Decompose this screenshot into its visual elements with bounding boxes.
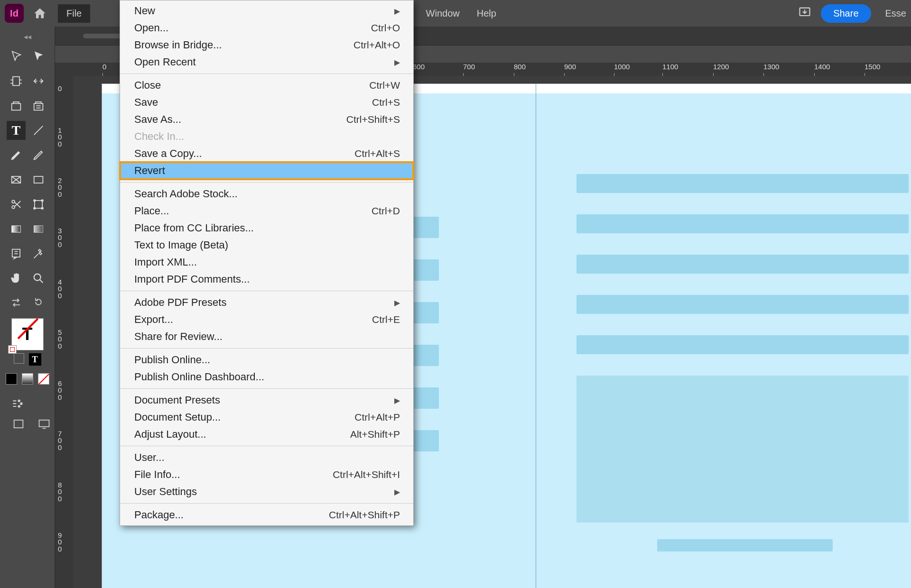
svg-rect-5 bbox=[34, 176, 43, 183]
formatting-container-icon[interactable] bbox=[14, 353, 24, 364]
file-menu-dropdown: New▶Open...Ctrl+OBrowse in Bridge...Ctrl… bbox=[120, 0, 414, 526]
content-collector-tool-icon[interactable] bbox=[7, 96, 26, 115]
menu-item-new[interactable]: New▶ bbox=[120, 2, 413, 19]
menu-item-label: Adobe PDF Presets bbox=[134, 296, 226, 309]
menu-item-document-setup[interactable]: Document Setup...Ctrl+Alt+P bbox=[120, 409, 413, 426]
ruler-vtick: 0 bbox=[58, 85, 62, 92]
share-button[interactable]: Share bbox=[821, 4, 871, 23]
menu-item-label: Publish Online... bbox=[134, 354, 210, 366]
menu-item-shortcut: Ctrl+Alt+Shift+P bbox=[329, 509, 400, 521]
options-icon[interactable] bbox=[11, 397, 26, 409]
apply-color-icon[interactable] bbox=[6, 373, 17, 385]
pen-tool-icon[interactable] bbox=[7, 146, 26, 165]
menu-item-label: File Info... bbox=[134, 469, 180, 481]
text-frame[interactable] bbox=[576, 255, 909, 274]
ruler-tick: 900 bbox=[564, 63, 576, 71]
gradient-swatch-tool-icon[interactable] bbox=[7, 220, 26, 239]
menu-help[interactable]: Help bbox=[468, 4, 505, 23]
svg-point-17 bbox=[34, 274, 41, 281]
formatting-text-icon[interactable]: T bbox=[29, 353, 41, 366]
menu-item-revert[interactable]: Revert bbox=[120, 162, 413, 179]
menu-separator bbox=[120, 74, 413, 74]
content-placer-tool-icon[interactable] bbox=[29, 96, 48, 115]
menu-item-export[interactable]: Export...Ctrl+E bbox=[120, 311, 413, 328]
menu-item-save-as[interactable]: Save As...Ctrl+Shift+S bbox=[120, 111, 413, 128]
menu-separator bbox=[120, 388, 413, 389]
menu-item-import-xml[interactable]: Import XML... bbox=[120, 254, 413, 271]
menu-item-publish-online[interactable]: Publish Online... bbox=[120, 351, 413, 368]
menu-item-open[interactable]: Open...Ctrl+O bbox=[120, 19, 413, 37]
vertical-ruler[interactable]: 0 1 0 0 2 0 0 3 0 0 4 0 0 5 0 0 6 0 0 7 … bbox=[55, 63, 73, 588]
ruler-vtick: 1 0 0 bbox=[58, 127, 62, 147]
ruler-tick: 1000 bbox=[614, 63, 630, 71]
menu-file[interactable]: File bbox=[58, 4, 90, 23]
menu-item-shortcut: Ctrl+Alt+O bbox=[353, 39, 400, 51]
direct-selection-tool-icon[interactable] bbox=[29, 47, 48, 66]
menu-item-user[interactable]: User... bbox=[120, 449, 413, 466]
menu-item-check-in: Check In... bbox=[120, 128, 413, 145]
menu-item-save[interactable]: SaveCtrl+S bbox=[120, 94, 413, 111]
text-frame[interactable] bbox=[576, 335, 909, 354]
rectangle-frame-tool-icon[interactable] bbox=[7, 170, 26, 189]
menu-item-file-info[interactable]: File Info...Ctrl+Alt+Shift+I bbox=[120, 466, 413, 483]
menu-item-place-from-cc-libraries[interactable]: Place from CC Libraries... bbox=[120, 220, 413, 237]
menu-item-user-settings[interactable]: User Settings▶ bbox=[120, 483, 413, 500]
menu-item-import-pdf-comments[interactable]: Import PDF Comments... bbox=[120, 271, 413, 288]
page-tool-icon[interactable] bbox=[7, 72, 26, 91]
menu-item-text-to-image-beta[interactable]: Text to Image (Beta) bbox=[120, 237, 413, 254]
svg-rect-21 bbox=[14, 420, 23, 428]
menu-item-label: Browse in Bridge... bbox=[134, 39, 222, 51]
menu-item-label: Revert bbox=[134, 165, 165, 177]
scissors-tool-icon[interactable] bbox=[7, 195, 26, 214]
menu-item-publish-online-dashboard[interactable]: Publish Online Dashboard... bbox=[120, 368, 413, 386]
text-frame[interactable] bbox=[576, 214, 909, 233]
workspace-switcher[interactable]: Esse bbox=[885, 8, 906, 19]
apply-gradient-icon[interactable] bbox=[22, 373, 33, 385]
menu-item-save-a-copy[interactable]: Save a Copy...Ctrl+Alt+S bbox=[120, 145, 413, 162]
ruler-vtick: 8 0 0 bbox=[58, 482, 62, 502]
text-frame[interactable] bbox=[576, 295, 909, 314]
screen-share-icon[interactable] bbox=[798, 6, 811, 21]
apply-none-icon[interactable] bbox=[38, 373, 49, 385]
menu-item-close[interactable]: CloseCtrl+W bbox=[120, 77, 413, 94]
rectangle-tool-icon[interactable] bbox=[29, 170, 48, 189]
hand-tool-icon[interactable] bbox=[7, 269, 26, 288]
text-frame[interactable] bbox=[576, 174, 909, 193]
type-tool-icon[interactable]: T bbox=[7, 121, 26, 140]
menu-item-adobe-pdf-presets[interactable]: Adobe PDF Presets▶ bbox=[120, 294, 413, 311]
line-tool-icon[interactable] bbox=[29, 121, 48, 140]
selection-tool-icon[interactable] bbox=[7, 47, 26, 66]
menu-item-label: Save As... bbox=[134, 113, 181, 126]
submenu-arrow-icon: ▶ bbox=[394, 487, 400, 496]
menu-item-label: Adjust Layout... bbox=[134, 428, 206, 441]
home-icon[interactable] bbox=[31, 5, 48, 22]
free-transform-tool-icon[interactable] bbox=[29, 195, 48, 214]
text-frame[interactable] bbox=[657, 539, 833, 551]
menu-item-package[interactable]: Package...Ctrl+Alt+Shift+P bbox=[120, 506, 413, 524]
screen-mode-icon[interactable] bbox=[37, 418, 51, 430]
menu-item-adjust-layout[interactable]: Adjust Layout...Alt+Shift+P bbox=[120, 426, 413, 443]
fill-stroke-indicator[interactable]: T bbox=[0, 314, 55, 350]
view-mode-icon[interactable] bbox=[11, 418, 26, 430]
menu-item-label: Share for Review... bbox=[134, 331, 223, 343]
pencil-tool-icon[interactable] bbox=[29, 146, 48, 165]
menu-item-browse-in-bridge[interactable]: Browse in Bridge...Ctrl+Alt+O bbox=[120, 37, 413, 54]
swap-arrows-icon[interactable] bbox=[8, 293, 24, 312]
gradient-feather-tool-icon[interactable] bbox=[29, 220, 48, 239]
menu-window[interactable]: Window bbox=[418, 4, 468, 23]
menu-item-share-for-review[interactable]: Share for Review... bbox=[120, 328, 413, 345]
submenu-arrow-icon: ▶ bbox=[394, 298, 400, 307]
menu-item-document-presets[interactable]: Document Presets▶ bbox=[120, 392, 413, 409]
note-tool-icon[interactable] bbox=[7, 244, 26, 263]
menu-item-search-adobe-stock[interactable]: Search Adobe Stock... bbox=[120, 185, 413, 202]
zoom-tool-icon[interactable] bbox=[29, 269, 48, 288]
menu-item-open-recent[interactable]: Open Recent▶ bbox=[120, 54, 413, 71]
rotate-back-icon[interactable] bbox=[30, 293, 46, 312]
image-frame[interactable] bbox=[576, 376, 909, 523]
eyedropper-tool-icon[interactable] bbox=[29, 244, 48, 263]
gap-tool-icon[interactable] bbox=[29, 72, 48, 91]
menu-item-place[interactable]: Place...Ctrl+D bbox=[120, 202, 413, 220]
svg-point-12 bbox=[42, 207, 44, 209]
collapse-toggle[interactable]: ◂◂ bbox=[0, 31, 55, 44]
menu-item-label: Save bbox=[134, 96, 158, 109]
